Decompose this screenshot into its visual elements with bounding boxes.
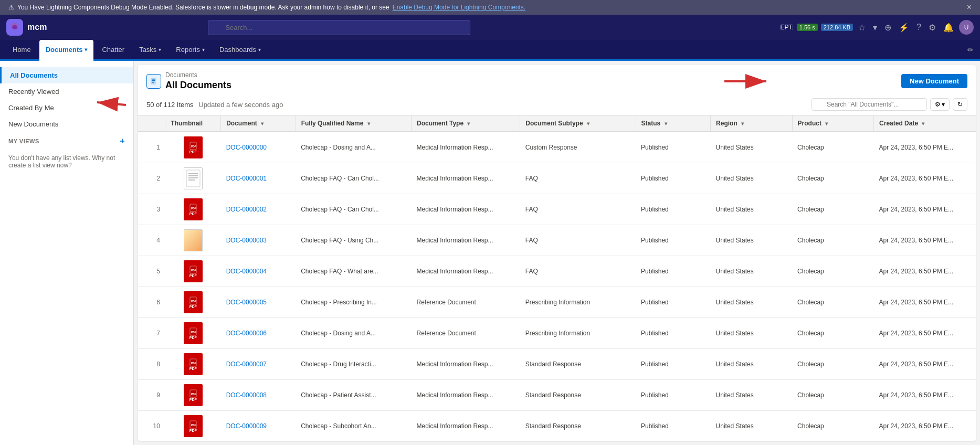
star-icon[interactable]: ☆ (856, 20, 868, 35)
avatar[interactable]: U (959, 20, 974, 35)
nav-item-documents[interactable]: Documents ▾ (39, 40, 94, 61)
doc-link-3[interactable]: DOC-0000003 (226, 237, 267, 244)
row-doc-link[interactable]: DOC-0000006 (221, 318, 296, 349)
table-row: 1 PDF DOC-0000000 Cholecap - Dosing and … (138, 132, 976, 163)
thumbnail-pdf: PDF (184, 415, 203, 437)
thumbnail-doc (184, 167, 203, 189)
content-area: Documents All Documents New Document 50 … (138, 65, 976, 441)
doc-link-1[interactable]: DOC-0000001 (226, 175, 267, 182)
new-document-button[interactable]: New Document (901, 74, 967, 88)
doc-link-9[interactable]: DOC-0000009 (226, 422, 267, 430)
add-view-button[interactable]: + (120, 136, 125, 146)
row-region: United States (711, 318, 792, 349)
row-region: United States (711, 380, 792, 411)
row-date: Apr 24, 2023, 6:50 PM E... (874, 411, 976, 441)
row-fqn: Cholecap - Dosing and A... (296, 132, 411, 163)
svg-point-1 (12, 25, 17, 29)
row-doc-link[interactable]: DOC-0000003 (221, 225, 296, 256)
row-region: United States (711, 194, 792, 225)
refresh-button[interactable]: ↻ (953, 98, 967, 111)
global-search-input[interactable] (208, 20, 470, 35)
row-doc-link[interactable]: DOC-0000000 (221, 132, 296, 163)
row-type: Reference Document (411, 287, 520, 318)
thumbnail-pdf: PDF (184, 260, 203, 282)
thumbnail-pdf: PDF (184, 322, 203, 344)
row-doc-link[interactable]: DOC-0000005 (221, 287, 296, 318)
page-title-row: Documents All Documents New Document (146, 71, 967, 91)
sidebar-item-created-by-me[interactable]: Created By Me (0, 100, 133, 116)
table-row: 10 PDF DOC-0000009 Cholecap - Subcohort … (138, 411, 976, 441)
row-status: Published (636, 380, 711, 411)
table-container: Thumbnail Document ▾ Fully Qualified Nam… (138, 115, 976, 441)
row-date: Apr 24, 2023, 6:50 PM E... (874, 163, 976, 194)
row-type: Medical Information Resp... (411, 380, 520, 411)
svg-text:PDF: PDF (191, 362, 196, 365)
sidebar-item-recently-viewed[interactable]: Recently Viewed (0, 83, 133, 100)
svg-text:PDF: PDF (191, 269, 196, 272)
doc-link-0[interactable]: DOC-0000000 (226, 144, 267, 151)
row-date: Apr 24, 2023, 6:50 PM E... (874, 318, 976, 349)
col-header-subtype[interactable]: Document Subtype ▾ (520, 115, 636, 132)
doc-link-7[interactable]: DOC-0000007 (226, 361, 267, 368)
table-search-input[interactable] (812, 98, 927, 111)
gear-button[interactable]: ⚙ ▾ (930, 98, 950, 111)
table-row: 3 PDF DOC-0000002 Cholecap FAQ - Can Cho… (138, 194, 976, 225)
col-label-status: Status (641, 120, 661, 127)
row-thumbnail: PDF (165, 194, 221, 225)
dropdown-icon[interactable]: ▾ (871, 20, 879, 35)
doc-link-8[interactable]: DOC-0000008 (226, 391, 267, 399)
nav-item-reports[interactable]: Reports ▾ (170, 39, 211, 60)
col-header-thumbnail[interactable]: Thumbnail (165, 115, 221, 132)
lightning-icon[interactable]: ⚡ (897, 20, 911, 35)
nav-item-home[interactable]: Home (6, 39, 37, 60)
doc-link-6[interactable]: DOC-0000006 (226, 330, 267, 337)
edit-nav-icon[interactable]: ✏ (967, 46, 974, 54)
nav-item-tasks[interactable]: Tasks ▾ (133, 39, 167, 60)
bell-icon[interactable]: 🔔 (941, 20, 956, 35)
sidebar-item-new-documents[interactable]: New Documents (0, 116, 133, 132)
nav-label-reports: Reports (176, 46, 200, 54)
table-row: 8 PDF DOC-0000007 Cholecap - Drug Intera… (138, 349, 976, 380)
row-doc-link[interactable]: DOC-0000004 (221, 256, 296, 287)
debug-link[interactable]: Enable Debug Mode for Lightning Componen… (393, 4, 526, 11)
help-icon[interactable]: ? (914, 20, 923, 34)
global-search-wrapper[interactable] (208, 20, 470, 35)
close-icon[interactable]: × (967, 3, 972, 12)
row-number: 10 (138, 411, 165, 441)
col-header-status[interactable]: Status ▾ (636, 115, 711, 132)
col-header-num (138, 115, 165, 132)
col-header-type[interactable]: Document Type ▾ (411, 115, 520, 132)
row-subtype: FAQ (520, 194, 636, 225)
row-status: Published (636, 256, 711, 287)
row-type: Medical Information Resp... (411, 132, 520, 163)
chevron-down-icon-dashboards: ▾ (258, 47, 261, 52)
row-doc-link[interactable]: DOC-0000007 (221, 349, 296, 380)
table-row: 6 PDF DOC-0000005 Cholecap - Prescribing… (138, 287, 976, 318)
nav-item-dashboards[interactable]: Dashboards ▾ (213, 39, 267, 60)
row-region: United States (711, 256, 792, 287)
nav-item-chatter[interactable]: Chatter (96, 39, 131, 60)
settings-icon[interactable]: ⚙ (926, 20, 938, 35)
debug-message: ⚠ You Have Lightning Components Debug Mo… (8, 4, 525, 11)
row-thumbnail: PDF (165, 349, 221, 380)
row-product: Cholecap (792, 163, 873, 194)
sidebar-item-all-documents[interactable]: All Documents (0, 67, 133, 83)
row-doc-link[interactable]: DOC-0000008 (221, 380, 296, 411)
doc-link-2[interactable]: DOC-0000002 (226, 206, 267, 213)
col-header-region[interactable]: Region ▾ (711, 115, 792, 132)
row-fqn: Cholecap FAQ - Can Chol... (296, 194, 411, 225)
doc-link-5[interactable]: DOC-0000005 (226, 299, 267, 306)
table-search-wrapper[interactable] (812, 98, 927, 111)
doc-link-4[interactable]: DOC-0000004 (226, 268, 267, 275)
svg-text:PDF: PDF (191, 423, 196, 427)
col-header-fqn[interactable]: Fully Qualified Name ▾ (296, 115, 411, 132)
row-doc-link[interactable]: DOC-0000002 (221, 194, 296, 225)
col-header-document[interactable]: Document ▾ (221, 115, 296, 132)
row-doc-link[interactable]: DOC-0000001 (221, 163, 296, 194)
sort-icon-document: ▾ (261, 121, 264, 126)
col-header-date[interactable]: Created Date ▾ (874, 115, 976, 132)
row-doc-link[interactable]: DOC-0000009 (221, 411, 296, 441)
col-header-product[interactable]: Product ▾ (792, 115, 873, 132)
add-icon[interactable]: ⊕ (882, 20, 893, 35)
row-region: United States (711, 163, 792, 194)
